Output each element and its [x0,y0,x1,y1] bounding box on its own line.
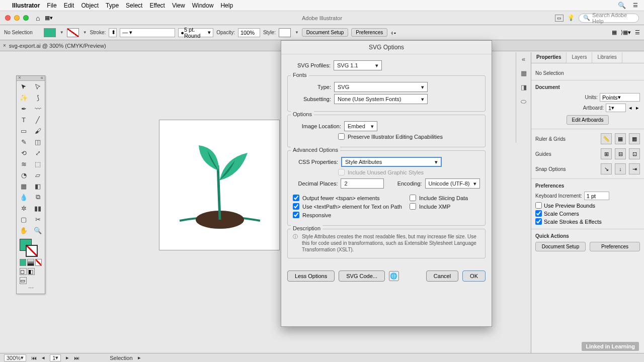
style-swatch[interactable] [279,28,291,37]
close-tab-icon[interactable]: × [3,43,6,48]
artboard-select[interactable]: 1▾ [606,104,626,112]
chevron-down-icon[interactable]: ▼ [60,30,64,35]
image-location-select[interactable]: Embed▾ [344,121,377,131]
screen-mode-icon[interactable]: ▭ [20,277,27,284]
free-transform-tool-icon[interactable]: ⬚ [31,158,45,169]
fill-stroke-indicator[interactable] [19,238,43,258]
shape-builder-tool-icon[interactable]: ◔ [17,169,31,180]
curvature-tool-icon[interactable]: 〰 [31,103,45,114]
guides-icon[interactable]: ⊞ [601,148,612,159]
artboard-nav-input[interactable]: 1 ▾ [50,354,61,361]
tab-libraries[interactable]: Libraries [592,52,622,63]
eraser-tool-icon[interactable]: ◫ [31,136,45,147]
magic-wand-tool-icon[interactable]: ✨ [17,92,31,103]
output-tspan-checkbox[interactable]: Output fewer <tspan> elements [293,195,410,201]
smart-guides-icon[interactable]: ⊡ [629,148,640,159]
kb-increment-input[interactable]: 1 pt [584,192,609,200]
stroke-weight-input[interactable]: ⬍ [109,28,117,37]
panel-icon[interactable]: ◨ [519,83,528,93]
grid-layout-icon[interactable]: ▦ [612,29,617,36]
rotate-tool-icon[interactable]: ⟲ [17,147,31,158]
edit-toolbar-icon[interactable]: ⋯ [19,285,43,292]
use-textpath-checkbox[interactable]: Use <textPath> element for Text on Path [293,203,410,210]
edit-artboards-button[interactable]: Edit Artboards [567,115,609,125]
list-icon[interactable]: ☰ [635,29,640,36]
menu-effect[interactable]: Effect [149,2,165,9]
rectangle-tool-icon[interactable]: ▭ [17,125,31,136]
css-properties-select[interactable]: Style Attributes▾ [341,157,442,167]
include-slicing-checkbox[interactable]: Include Slicing Data [410,195,480,201]
stroke-color-box[interactable] [26,245,38,257]
units-select[interactable]: Points▾ [600,93,640,102]
layout-options-icon[interactable]: ⟩▦▾ [621,29,631,36]
column-graph-tool-icon[interactable]: ▮▮ [31,203,45,214]
less-options-button[interactable]: Less Options [287,270,335,282]
preview-browser-icon[interactable]: 🌐 [389,271,399,281]
fill-swatch[interactable] [44,28,56,37]
drawing-mode-icon[interactable]: ◧ [28,268,35,275]
menu-type[interactable]: Type [106,2,119,9]
brush-def-select[interactable]: ● 5 pt. Round ▾ [178,28,213,37]
arrange-docs-icon[interactable]: ▦▾ [45,15,53,21]
panel-icon[interactable]: ⬭ [519,98,528,107]
direct-selection-tool-icon[interactable] [31,81,45,92]
font-type-select[interactable]: SVG▾ [334,82,428,92]
pen-tool-icon[interactable]: ✒ [17,103,31,114]
use-preview-checkbox[interactable]: Use Preview Bounds [535,202,640,209]
symbol-sprayer-tool-icon[interactable]: ✲ [17,203,31,214]
nav-last-icon[interactable]: ⏭ [74,355,79,361]
minimize-window-icon[interactable] [14,15,20,21]
nav-first-icon[interactable]: ⏮ [31,355,37,361]
responsive-checkbox[interactable]: Responsive [293,212,410,218]
stroke-swatch[interactable] [67,28,79,37]
qa-preferences-button[interactable]: Preferences [590,242,640,251]
menu-file[interactable]: File [47,2,56,9]
zoom-window-icon[interactable] [23,15,29,21]
encoding-select[interactable]: Unicode (UTF-8)▾ [425,178,480,189]
chevron-down-icon[interactable]: ▼ [295,30,299,35]
help-bulb-icon[interactable]: 💡 [568,15,575,21]
ruler-icon[interactable]: 📏 [601,133,612,144]
panel-icon[interactable]: ▦ [519,69,528,78]
snap-grid-icon[interactable]: ↓ [615,163,626,174]
blend-tool-icon[interactable]: ⧉ [31,192,45,203]
gradient-tool-icon[interactable]: ◧ [31,180,45,192]
menu-edit[interactable]: Edit [64,2,74,9]
app-name[interactable]: Illustrator [12,2,40,9]
hand-tool-icon[interactable]: ✋ [17,225,31,236]
snap-point-icon[interactable]: ↘ [601,163,612,174]
menu-help[interactable]: Help [220,2,233,9]
menu-select[interactable]: Select [126,2,142,9]
close-window-icon[interactable] [5,15,11,21]
grid-icon[interactable]: ▦ [615,133,626,144]
lasso-tool-icon[interactable]: ⟆ [31,92,45,103]
menu-extras-icon[interactable]: ☰ [633,2,638,9]
menu-window[interactable]: Window [192,2,214,9]
tab-properties[interactable]: Properties [531,52,567,63]
zoom-select[interactable]: 300% ▾ [4,354,26,361]
status-more-icon[interactable]: ▸ [138,354,141,361]
menu-view[interactable]: View [172,2,185,9]
color-mode-icon[interactable] [20,259,26,266]
document-tab[interactable]: × svg-export.ai @ 300% (CMYK/Preview) [3,43,106,49]
width-tool-icon[interactable]: ≋ [17,158,31,169]
align-icon[interactable]: ⫞▾ [390,30,396,36]
artboard-prev-icon[interactable]: ◂ [628,105,633,111]
artboard-next-icon[interactable]: ▸ [635,105,640,111]
tab-layers[interactable]: Layers [567,52,592,63]
scale-strokes-checkbox[interactable]: Scale Strokes & Effects [535,218,640,225]
menu-object[interactable]: Object [81,2,99,9]
subsetting-select[interactable]: None (Use System Fonts)▾ [334,94,428,104]
nav-prev-icon[interactable]: ◂ [42,354,45,361]
svg-code-button[interactable]: SVG Code... [339,270,385,282]
ok-button[interactable]: OK [462,270,486,282]
svg-profiles-select[interactable]: SVG 1.1▾ [334,60,382,70]
decimal-places-input[interactable]: 2 [341,178,384,189]
include-xmp-checkbox[interactable]: Include XMP [410,203,480,210]
help-search-input[interactable]: 🔍Search Adobe Help [579,14,639,23]
toolbox-handle[interactable] [17,76,45,81]
mesh-tool-icon[interactable]: ▦ [17,180,31,192]
stroke-width-profile[interactable]: — ▾ [120,28,175,37]
qa-document-setup-button[interactable]: Document Setup [535,242,586,251]
transparency-grid-icon[interactable]: ▩ [629,133,640,144]
